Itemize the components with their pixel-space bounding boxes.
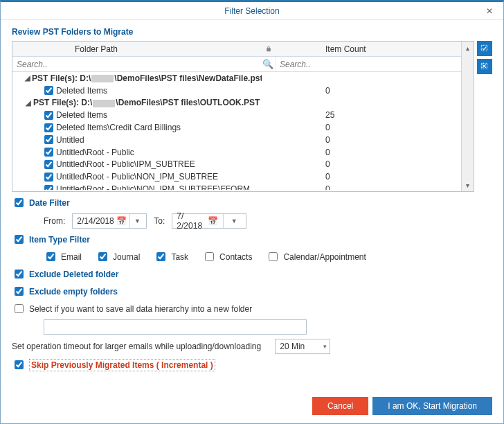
folder-name: Deleted Items bbox=[56, 110, 107, 120]
folder-checkbox[interactable] bbox=[44, 86, 53, 95]
item-count-cell: 25 bbox=[276, 110, 461, 120]
exclude-deleted-label: Exclude Deleted folder bbox=[29, 270, 118, 279]
grid-header-row: Folder Path Item Count bbox=[12, 42, 474, 57]
folder-grid: Folder Path Item Count 🔍 🔍 bbox=[12, 41, 474, 192]
item-count-cell: 0 bbox=[276, 148, 461, 157]
item-type-row: EmailJournalTaskContactsCalendar/Appoint… bbox=[12, 250, 492, 263]
date-filter-checkbox[interactable]: Date Filter bbox=[12, 196, 492, 209]
item-type-journal[interactable]: Journal bbox=[96, 250, 140, 263]
file-row-label: PST File(s): D:\\DemoFiles\PST files\New… bbox=[32, 73, 262, 83]
window-title: Filter Selection bbox=[224, 6, 279, 16]
folder-name: Untitled\Root - Public\NON_IPM_SUBTREE\F… bbox=[56, 184, 250, 190]
table-row[interactable]: Untitled0 bbox=[12, 134, 461, 146]
calendar-icon: 📅 bbox=[114, 215, 129, 227]
save-hierarchy-checkbox[interactable]: Select if you want to save all data hier… bbox=[12, 302, 492, 315]
item-type-label: Calendar/Appointment bbox=[283, 252, 366, 262]
item-count-cell: 0 bbox=[276, 86, 461, 96]
folder-name: Deleted Items\Credit Card Billings bbox=[56, 123, 181, 132]
skip-migrated-checkbox[interactable]: Skip Previously Migrated Items ( Increme… bbox=[12, 358, 492, 371]
vertical-scrollbar[interactable]: ▴ ▾ bbox=[461, 42, 474, 191]
timeout-select[interactable]: 20 Min bbox=[275, 339, 330, 354]
exclude-empty-label: Exclude empty folders bbox=[29, 287, 118, 297]
filter-selection-window: Filter Selection ✕ Review PST Folders to… bbox=[0, 0, 504, 424]
scroll-track[interactable] bbox=[462, 54, 474, 179]
exclude-deleted-checkbox[interactable]: Exclude Deleted folder bbox=[12, 267, 492, 281]
start-migration-button[interactable]: I am OK, Start Migration bbox=[372, 397, 492, 415]
item-type-filter-label: Item Type Filter bbox=[29, 235, 90, 245]
item-count-cell: 0 bbox=[276, 123, 461, 132]
scroll-down-icon[interactable]: ▾ bbox=[462, 179, 474, 191]
to-date-input[interactable]: 7/ 2/2018 📅 ▼ bbox=[172, 213, 246, 229]
item-count-cell: 0 bbox=[276, 172, 461, 182]
folder-checkbox[interactable] bbox=[44, 111, 53, 120]
table-row[interactable]: Untitled\Root - Public\NON_IPM_SUBTREE0 bbox=[12, 170, 461, 183]
tree-toggle-icon[interactable]: ◢ bbox=[25, 74, 30, 82]
cancel-button[interactable]: Cancel bbox=[312, 397, 368, 415]
item-type-calendar-appointment[interactable]: Calendar/Appointment bbox=[266, 250, 366, 263]
header-folder-path[interactable]: Folder Path bbox=[12, 42, 262, 56]
search-icon[interactable]: 🔍 bbox=[262, 59, 272, 69]
folder-name: Untitled\Root - Public\NON_IPM_SUBTREE bbox=[56, 172, 218, 182]
table-row[interactable]: ◢PST File(s): D:\\DemoFiles\PST files\Ne… bbox=[12, 72, 461, 85]
header-item-count[interactable]: Item Count bbox=[276, 42, 474, 56]
item-type-label: Task bbox=[171, 252, 188, 262]
date-filter-label: Date Filter bbox=[29, 198, 70, 208]
folder-checkbox[interactable] bbox=[44, 185, 53, 190]
from-label: From: bbox=[44, 216, 65, 226]
close-icon: ✕ bbox=[486, 6, 493, 16]
folder-name: Untitled\Root - Public\IPM_SUBTREE bbox=[56, 159, 195, 169]
scroll-up-icon[interactable]: ▴ bbox=[462, 42, 474, 54]
close-button[interactable]: ✕ bbox=[476, 2, 503, 20]
chevron-down-icon[interactable]: ▼ bbox=[223, 214, 244, 228]
table-row[interactable]: Untitled\Root - Public\NON_IPM_SUBTREE\F… bbox=[12, 183, 461, 190]
chevron-down-icon[interactable]: ▼ bbox=[129, 214, 145, 228]
item-type-filter-checkbox[interactable]: Item Type Filter bbox=[12, 233, 492, 246]
footer: Cancel I am OK, Start Migration bbox=[1, 390, 503, 423]
content-area: Review PST Folders to Migrate Folder Pat… bbox=[1, 20, 503, 390]
new-folder-input[interactable] bbox=[44, 319, 307, 335]
review-title: Review PST Folders to Migrate bbox=[12, 27, 492, 37]
item-count-cell: 0 bbox=[276, 135, 461, 145]
check-all-icon bbox=[480, 44, 489, 53]
folder-checkbox[interactable] bbox=[44, 173, 53, 182]
deselect-all-button[interactable] bbox=[477, 59, 492, 74]
folder-checkbox[interactable] bbox=[44, 135, 53, 144]
folder-name: Deleted Items bbox=[56, 86, 107, 96]
table-row[interactable]: Deleted Items0 bbox=[12, 85, 461, 97]
item-count-cell: 0 bbox=[276, 184, 461, 190]
to-label: To: bbox=[154, 216, 165, 226]
search-path-input[interactable] bbox=[15, 59, 262, 70]
tree-toggle-icon[interactable]: ◢ bbox=[25, 99, 32, 107]
item-type-label: Journal bbox=[113, 252, 140, 262]
timeout-label: Set operation timeout for larger emails … bbox=[12, 342, 261, 351]
grid-rows: ◢PST File(s): D:\\DemoFiles\PST files\Ne… bbox=[12, 72, 461, 190]
item-count-cell: 0 bbox=[276, 159, 461, 169]
item-type-label: Email bbox=[61, 252, 82, 262]
from-date-input[interactable]: 2/14/2018 📅 ▼ bbox=[72, 213, 147, 229]
folder-checkbox[interactable] bbox=[44, 123, 53, 132]
folder-checkbox[interactable] bbox=[44, 160, 53, 169]
titlebar: Filter Selection ✕ bbox=[1, 2, 503, 20]
table-row[interactable]: Untitled\Root - Public0 bbox=[12, 146, 461, 159]
select-all-button[interactable] bbox=[477, 41, 492, 56]
table-row[interactable]: ◢PST File(s): D:\\DemoFiles\PST files\OU… bbox=[12, 97, 461, 109]
skip-migrated-label: Skip Previously Migrated Items ( Increme… bbox=[29, 359, 215, 371]
exclude-empty-checkbox[interactable]: Exclude empty folders bbox=[12, 285, 492, 298]
save-hierarchy-label: Select if you want to save all data hier… bbox=[29, 304, 252, 314]
item-type-task[interactable]: Task bbox=[154, 250, 188, 263]
table-row[interactable]: Untitled\Root - Public\IPM_SUBTREE0 bbox=[12, 159, 461, 171]
folder-checkbox[interactable] bbox=[44, 148, 53, 157]
item-type-email[interactable]: Email bbox=[44, 250, 82, 263]
uncheck-all-icon bbox=[480, 62, 489, 71]
search-count-input[interactable] bbox=[278, 59, 460, 70]
folder-name: Untitled bbox=[56, 135, 84, 145]
folder-name: Untitled\Root - Public bbox=[56, 148, 134, 157]
item-type-label: Contacts bbox=[219, 252, 252, 262]
calendar-icon: 📅 bbox=[202, 215, 223, 227]
file-row-label: PST File(s): D:\\DemoFiles\PST files\OUT… bbox=[33, 98, 260, 107]
grid-search-row: 🔍 🔍 bbox=[12, 57, 474, 72]
item-type-contacts[interactable]: Contacts bbox=[202, 250, 252, 263]
table-row[interactable]: Deleted Items25 bbox=[12, 109, 461, 121]
lock-icon bbox=[262, 42, 276, 56]
table-row[interactable]: Deleted Items\Credit Card Billings0 bbox=[12, 121, 461, 134]
